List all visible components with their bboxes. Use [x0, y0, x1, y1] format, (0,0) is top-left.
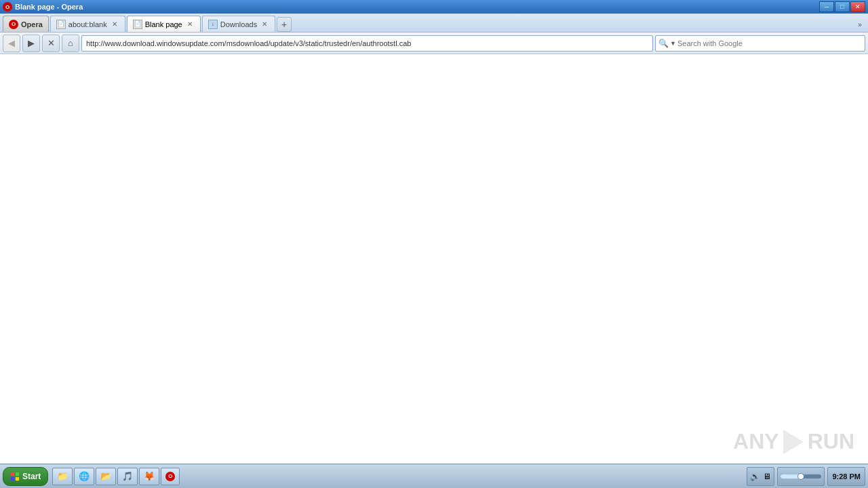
taskbar-item-explorer[interactable]: 📁: [52, 468, 73, 485]
nav-bar: ◀ ▶ ✕ ⌂ 🔍 ▼: [0, 33, 868, 54]
tab-blank-page[interactable]: 📄 Blank page ✕: [127, 16, 201, 32]
tray-volume-icon[interactable]: 🔊: [750, 472, 760, 481]
tab-blank-page-label: Blank page: [145, 20, 182, 28]
files-icon: 📂: [100, 471, 111, 481]
taskbar-item-media[interactable]: 🎵: [117, 468, 138, 485]
tab-downloads-icon: ↓: [208, 20, 218, 29]
taskbar-item-files[interactable]: 📂: [96, 468, 116, 485]
tab-about-blank[interactable]: 📄 about:blank ✕: [50, 16, 125, 32]
opera-taskbar-icon: O: [165, 472, 175, 481]
opera-button-label: Opera: [21, 20, 43, 28]
search-icon: 🔍: [658, 39, 669, 48]
tab-downloads-close[interactable]: ✕: [260, 20, 269, 29]
forward-button[interactable]: ▶: [22, 35, 40, 52]
title-bar-controls: ─ □ ✕: [819, 1, 865, 12]
tray-display-icon[interactable]: 🖥: [763, 472, 771, 481]
tab-blank-page-close[interactable]: ✕: [185, 20, 195, 29]
content-area: [0, 54, 868, 464]
taskbar: Start 📁 🌐 📂 🎵 🦊 O 🔊 🖥: [0, 464, 868, 488]
start-label: Start: [22, 472, 41, 481]
back-button[interactable]: ◀: [3, 35, 20, 52]
add-tab-button[interactable]: +: [277, 17, 292, 32]
minimize-button[interactable]: ─: [819, 1, 834, 12]
taskbar-right: 🔊 🖥 9:28 PM: [747, 467, 865, 486]
search-input[interactable]: [677, 39, 862, 47]
system-tray: 🔊 🖥: [747, 467, 774, 486]
start-button[interactable]: Start: [3, 467, 48, 486]
tab-downloads[interactable]: ↓ Downloads ✕: [202, 16, 275, 32]
svg-rect-0: [11, 472, 14, 475]
tab-downloads-label: Downloads: [220, 20, 257, 28]
add-tab-icon: +: [281, 19, 287, 30]
forward-icon: ▶: [28, 38, 35, 48]
svg-rect-3: [16, 476, 19, 480]
opera-logo-icon: O: [3, 2, 12, 12]
stop-button[interactable]: ✕: [42, 35, 60, 52]
media-icon: 🎵: [122, 471, 133, 481]
home-button[interactable]: ⌂: [62, 35, 79, 52]
explorer-icon: 📁: [57, 471, 68, 481]
back-icon: ◀: [8, 38, 15, 48]
firefox-icon: 🦊: [144, 471, 155, 481]
volume-slider[interactable]: [777, 467, 825, 486]
close-window-button[interactable]: ✕: [850, 1, 865, 12]
taskbar-item-opera[interactable]: O: [161, 468, 180, 485]
title-bar-text: O Blank page - Opera: [3, 2, 83, 12]
tab-blank-page-icon: 📄: [133, 20, 142, 29]
taskbar-item-firefox[interactable]: 🦊: [139, 468, 159, 485]
tab-page-icon: 📄: [56, 20, 66, 29]
search-container: 🔍 ▼: [655, 35, 865, 52]
tab-about-blank-close[interactable]: ✕: [110, 20, 119, 29]
tab-scroll-icon: »: [858, 21, 862, 28]
ie-icon: 🌐: [79, 471, 90, 481]
volume-slider-thumb[interactable]: [797, 473, 804, 480]
clock: 9:28 PM: [827, 467, 865, 486]
address-bar[interactable]: [81, 35, 653, 52]
search-engine-button[interactable]: 🔍: [658, 39, 669, 48]
title-bar: O Blank page - Opera ─ □ ✕: [0, 0, 868, 14]
volume-slider-track: [781, 474, 821, 479]
windows-logo-icon: [10, 472, 20, 481]
maximize-button[interactable]: □: [835, 1, 850, 12]
opera-menu-button[interactable]: O Opera: [3, 16, 49, 32]
svg-rect-2: [11, 476, 14, 480]
stop-icon: ✕: [47, 38, 55, 48]
opera-logo-small-icon: O: [9, 20, 18, 29]
search-dropdown-button[interactable]: ▼: [669, 40, 677, 47]
tab-scroll-button[interactable]: »: [854, 17, 865, 32]
home-icon: ⌂: [68, 38, 73, 48]
taskbar-item-ie[interactable]: 🌐: [74, 468, 94, 485]
tab-bar: O Opera 📄 about:blank ✕ 📄 Blank page ✕ ↓…: [0, 14, 868, 33]
window-title: Blank page - Opera: [15, 3, 83, 11]
taskbar-items: 📁 🌐 📂 🎵 🦊 O: [52, 468, 747, 485]
tab-about-blank-label: about:blank: [68, 20, 107, 28]
svg-rect-1: [16, 472, 19, 475]
